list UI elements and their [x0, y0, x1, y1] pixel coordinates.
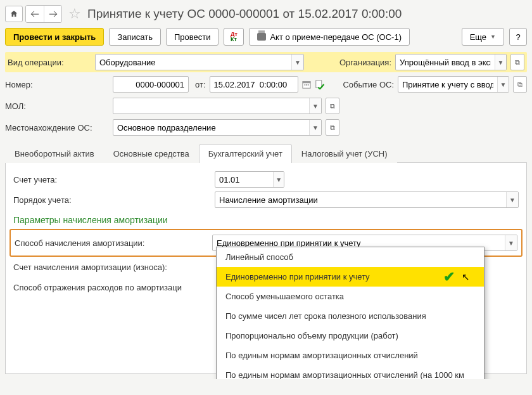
loc-open-button[interactable]: ⧉: [326, 119, 339, 136]
mol-label: МОЛ:: [5, 101, 109, 111]
op-type-input[interactable]: [96, 55, 291, 70]
account-input[interactable]: [215, 172, 273, 187]
svg-rect-3: [306, 84, 307, 86]
svg-rect-5: [315, 81, 321, 88]
mol-field[interactable]: ▼: [113, 98, 322, 114]
svg-rect-1: [302, 82, 310, 84]
save-button[interactable]: Записать: [109, 28, 161, 46]
cursor-icon: ↖: [462, 271, 470, 283]
tab-noncurrent-asset[interactable]: Внеоборотный актив: [5, 144, 104, 163]
more-button[interactable]: Еще ▼: [462, 28, 504, 46]
date-field[interactable]: [210, 76, 298, 93]
chevron-down-icon[interactable]: ▼: [505, 235, 517, 250]
forward-button[interactable]: 🡢: [44, 6, 61, 22]
doc-status-icon[interactable]: [315, 79, 326, 89]
dd-option-declining[interactable]: Способ уменьшаемого остатка: [217, 287, 484, 306]
event-open-button[interactable]: ⧉: [513, 76, 527, 93]
op-type-label: Вид операции:: [8, 58, 91, 67]
chevron-down-icon[interactable]: ▼: [309, 120, 321, 135]
depr-account-label: Счет начисления амортизации (износа):: [13, 262, 210, 272]
loc-label: Местонахождение ОС:: [5, 123, 109, 133]
loc-input[interactable]: [113, 120, 309, 135]
chevron-down-icon[interactable]: ▼: [309, 98, 321, 113]
dd-option-unified-norms[interactable]: По единым нормам амортизационных отчисле…: [217, 346, 484, 365]
op-type-field[interactable]: ▼: [95, 54, 304, 70]
page-title: Принятие к учету ОС 0000-000001 от 15.02…: [87, 7, 402, 21]
calendar-icon[interactable]: [302, 80, 311, 89]
from-label: от:: [195, 80, 206, 89]
print-act-label: Акт о приеме-передаче ОС (ОС-1): [270, 32, 402, 42]
number-input[interactable]: [113, 77, 188, 92]
svg-rect-2: [304, 84, 305, 86]
loc-field[interactable]: ▼: [113, 119, 322, 136]
print-act-button[interactable]: Акт о приеме-передаче ОС (ОС-1): [249, 28, 410, 46]
svg-rect-4: [307, 84, 308, 86]
number-field[interactable]: [113, 76, 189, 93]
number-label: Номер:: [5, 80, 109, 89]
dd-option-label: Единовременно при принятии к учету: [225, 272, 370, 282]
mol-open-button[interactable]: ⧉: [326, 98, 339, 114]
chevron-down-icon[interactable]: ▼: [497, 77, 509, 92]
tab-tax-usn[interactable]: Налоговый учет (УСН): [292, 144, 397, 163]
dd-option-sum-years[interactable]: По сумме чисел лет срока полезного испол…: [217, 306, 484, 326]
dd-option-linear[interactable]: Линейный способ: [217, 247, 484, 267]
dd-option-proportional[interactable]: Пропорционально объему продукции (работ): [217, 326, 484, 346]
chevron-down-icon[interactable]: ▼: [506, 192, 518, 207]
date-input[interactable]: [210, 77, 298, 92]
account-label: Счет учета:: [13, 175, 210, 185]
post-button[interactable]: Провести: [166, 28, 219, 46]
order-field[interactable]: ▼: [215, 191, 519, 208]
mol-input[interactable]: [113, 98, 309, 113]
org-input[interactable]: [396, 55, 495, 70]
org-field[interactable]: ▼: [395, 54, 507, 70]
expense-method-label: Способ отражения расходов по амортизаци: [13, 283, 210, 292]
chevron-down-icon[interactable]: ▼: [291, 55, 303, 70]
dd-option-once-on-accept[interactable]: Единовременно при принятии к учету ✔ ↖: [217, 267, 484, 287]
tab-accounting[interactable]: Бухгалтерский учет: [199, 144, 292, 163]
org-label: Организация:: [339, 58, 391, 67]
method-dropdown: Линейный способ Единовременно при принят…: [216, 247, 484, 379]
tab-fixed-assets[interactable]: Основные средства: [104, 144, 199, 163]
event-label: Событие ОС:: [343, 80, 394, 89]
post-and-close-button[interactable]: Провести и закрыть: [5, 28, 104, 46]
dt-kt-button[interactable]: ДтКт: [224, 28, 244, 46]
chevron-down-icon[interactable]: ▼: [495, 55, 506, 70]
dd-option-unified-1000km[interactable]: По единым нормам амортизационных отчисле…: [217, 365, 484, 379]
amortization-section-title: Параметры начисления амортизации: [13, 215, 519, 225]
order-label: Порядок учета:: [13, 195, 210, 205]
dt-kt-icon: ДтКт: [231, 32, 238, 42]
help-button[interactable]: ?: [509, 28, 527, 46]
chevron-down-icon: ▼: [490, 34, 496, 40]
event-input[interactable]: [398, 77, 497, 92]
method-label: Способ начисления амортизации:: [15, 238, 207, 248]
home-button[interactable]: [5, 6, 23, 22]
favorite-star-icon[interactable]: ☆: [68, 6, 81, 22]
chevron-down-icon[interactable]: ▼: [273, 172, 284, 187]
printer-icon: [257, 33, 266, 41]
more-label: Еще: [470, 32, 486, 42]
org-open-button[interactable]: ⧉: [510, 54, 524, 70]
back-button[interactable]: 🡠: [26, 6, 44, 22]
account-field[interactable]: ▼: [215, 171, 284, 188]
checkmark-icon: ✔: [443, 269, 455, 285]
event-field[interactable]: ▼: [398, 76, 509, 93]
order-input[interactable]: [215, 192, 506, 207]
